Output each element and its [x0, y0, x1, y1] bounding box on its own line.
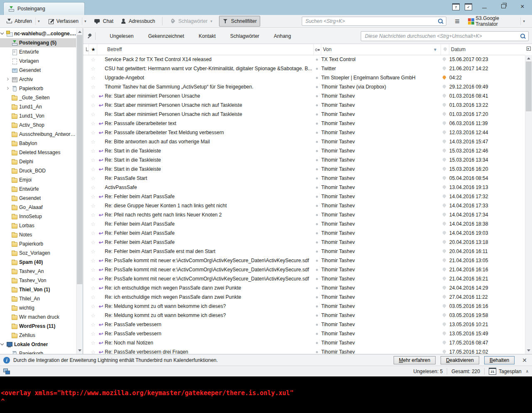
folder-item[interactable]: Deleted Messages	[0, 148, 76, 157]
filter-search-icon[interactable]	[520, 33, 526, 39]
junk-flame-icon[interactable]	[441, 294, 448, 300]
star-icon[interactable]	[89, 303, 97, 310]
junk-column-header[interactable]	[441, 44, 449, 55]
email-row[interactable]: Re: Start aber minimiert Personen Ursach…	[83, 91, 525, 101]
expander-icon[interactable]	[5, 139, 10, 148]
read-dot-icon[interactable]	[314, 73, 321, 82]
star-icon[interactable]	[89, 248, 97, 255]
junk-flame-icon[interactable]	[441, 339, 448, 346]
star-icon[interactable]	[89, 184, 97, 191]
read-dot-icon[interactable]	[314, 101, 321, 110]
email-row[interactable]: Upgrade-Angebot Tim Stoepler | Engelmann…	[83, 73, 525, 82]
expander-icon[interactable]	[5, 294, 10, 303]
close-button[interactable]: ×	[513, 3, 532, 10]
email-row[interactable]: Re: Passsafe überarbeiteter text Tihomir…	[83, 119, 525, 128]
email-row[interactable]: Re: Bitte antworten auch auf das vorheri…	[83, 137, 525, 146]
folder-item[interactable]: Gesendet	[0, 66, 76, 75]
expander-icon[interactable]	[5, 230, 10, 239]
today-pane-toggle[interactable]: Tagesplan	[499, 369, 522, 374]
calendar-tab-icon[interactable]: 7	[452, 3, 460, 10]
email-row[interactable]: Re: Start aber minimiert Personen Ursach…	[83, 101, 525, 110]
read-column-header[interactable]	[314, 44, 321, 55]
folder-item[interactable]: Tashev_Von	[0, 276, 76, 285]
expander-icon[interactable]	[5, 267, 10, 276]
folder-item[interactable]: 1und1_An	[0, 102, 76, 111]
learn-more-button[interactable]: Mehr erfahren	[394, 356, 436, 364]
close-notification-icon[interactable]: ✕	[520, 357, 529, 364]
folder-item[interactable]: Zehlius	[0, 331, 76, 340]
email-row[interactable]: Re: PssSafe kommt mit neuer e:\ActivComm…	[83, 256, 525, 265]
folder-scrollbar[interactable]	[76, 28, 83, 354]
folder-item[interactable]: Spam (40)	[0, 258, 76, 267]
star-icon[interactable]	[89, 349, 97, 354]
star-icon[interactable]	[89, 93, 97, 99]
folder-item[interactable]: Vorlagen	[0, 57, 76, 66]
junk-flame-icon[interactable]	[441, 321, 448, 328]
subject-column-header[interactable]: Betreff	[97, 44, 314, 55]
expander-icon[interactable]	[5, 38, 10, 47]
translator-button[interactable]: S3.Google Translator	[465, 13, 521, 29]
expander-icon[interactable]	[5, 66, 10, 75]
star-icon[interactable]	[89, 331, 97, 337]
junk-flame-icon[interactable]	[441, 266, 448, 273]
email-row[interactable]: Tihomir Tashev hat die Sammlung „ActivSe…	[83, 82, 525, 91]
email-row[interactable]: Re: Fehler beim Atart PassSafe Tihomir T…	[83, 192, 525, 201]
quick-filter-toggle[interactable]: Ungelesen	[99, 32, 137, 40]
read-dot-icon[interactable]	[314, 320, 321, 329]
read-dot-icon[interactable]	[314, 155, 321, 165]
translator-dropdown[interactable]: ▾	[520, 17, 527, 25]
email-row[interactable]: Re: PassSafe verbessern Tihomir Tashev 1…	[83, 329, 525, 338]
star-icon[interactable]	[89, 203, 97, 209]
expander-icon[interactable]	[5, 57, 10, 66]
junk-flame-icon[interactable]	[441, 330, 448, 337]
folder-item[interactable]: Archiv	[0, 75, 76, 84]
read-dot-icon[interactable]	[314, 338, 321, 347]
star-icon[interactable]	[89, 276, 97, 282]
star-icon[interactable]	[89, 194, 97, 200]
expander-icon[interactable]	[5, 349, 10, 354]
read-dot-icon[interactable]	[314, 210, 321, 219]
expander-icon[interactable]	[5, 120, 10, 130]
get-mail-button[interactable]: Abrufen	[2, 16, 35, 27]
read-dot-icon[interactable]	[314, 146, 321, 155]
email-row[interactable]: Re: Fehler beim Atart PassSafe erst mal …	[83, 247, 525, 256]
email-row[interactable]: Re: Start in die Taskleiste Tihomir Tash…	[83, 165, 525, 174]
expander-icon[interactable]	[5, 194, 10, 203]
star-icon[interactable]	[89, 340, 97, 346]
folder-item[interactable]: Entwürfe	[0, 47, 76, 57]
thread-column-header[interactable]	[83, 44, 89, 55]
folder-item[interactable]: Entwürfe	[0, 184, 76, 194]
expander-icon[interactable]	[5, 239, 10, 248]
filter-search-input[interactable]	[361, 31, 529, 41]
junk-flame-icon[interactable]	[441, 175, 448, 182]
expander-icon[interactable]	[5, 175, 10, 184]
star-icon[interactable]	[89, 175, 97, 182]
email-row[interactable]: ActivPassSafe Tihomir Tashev 13.04.2016 …	[83, 183, 525, 192]
read-dot-icon[interactable]	[314, 219, 321, 229]
expander-icon[interactable]	[5, 84, 10, 93]
email-row[interactable]: Re: PassSafe verbessern drei Fragen Tiho…	[83, 347, 525, 354]
quick-filter-toggle[interactable]: Schlagwörter	[219, 32, 263, 40]
junk-flame-icon[interactable]	[441, 303, 448, 310]
junk-flame-icon[interactable]	[441, 84, 448, 90]
app-menu-button[interactable]: ≡	[450, 17, 465, 26]
email-row[interactable]: Service Pack 2 for TX Text Control X14 r…	[83, 55, 525, 64]
star-icon[interactable]	[89, 294, 97, 300]
star-icon[interactable]	[89, 230, 97, 236]
expander-icon[interactable]	[5, 258, 10, 267]
address-book-button[interactable]: Adressbuch	[117, 16, 158, 27]
column-picker-icon[interactable]	[525, 44, 532, 55]
read-dot-icon[interactable]	[314, 302, 321, 311]
expander-icon[interactable]	[5, 276, 10, 285]
email-row[interactable]: Re: Start aber minimiert Personen Ursach…	[83, 110, 525, 119]
folder-item[interactable]: Thiel_Von (1)	[0, 285, 76, 294]
junk-flame-icon[interactable]	[441, 148, 448, 154]
junk-flame-icon[interactable]	[441, 230, 448, 236]
star-column-header[interactable]: ★	[89, 44, 97, 55]
from-column-header[interactable]: Von▼	[321, 44, 441, 55]
email-row[interactable]: Re: PassSafe verbessern Tihomir Tashev 1…	[83, 320, 525, 329]
email-row[interactable]: CSU hat getwittert: Herrmann warnt vor C…	[83, 64, 525, 73]
read-dot-icon[interactable]	[314, 238, 321, 247]
folder-item[interactable]: InnoSetup	[0, 212, 76, 221]
message-list-scrollbar[interactable]	[525, 55, 532, 354]
